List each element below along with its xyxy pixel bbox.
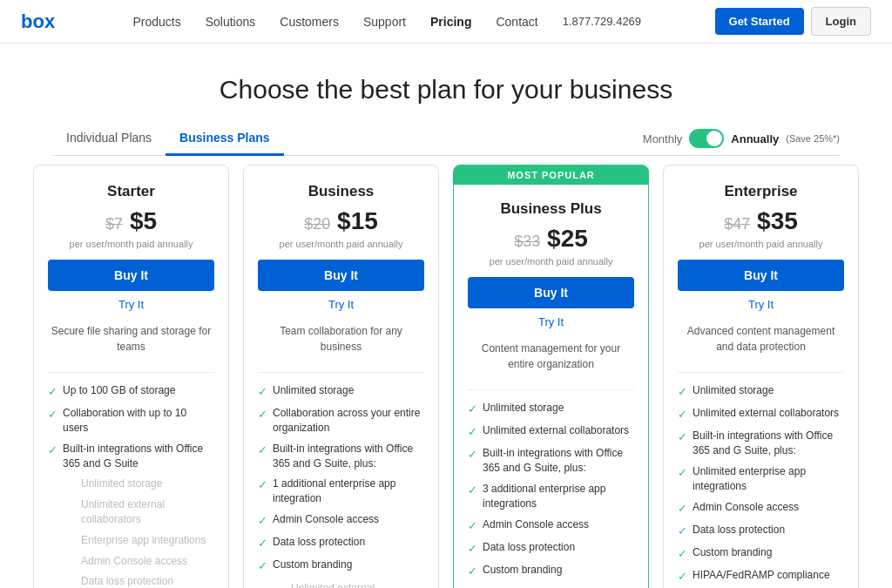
check-icon: ✓	[258, 384, 267, 400]
feature-item: ✓3 additional enterprise app integration…	[468, 482, 634, 511]
nav-actions: Get Started Login	[715, 7, 871, 36]
svg-text:box: box	[21, 12, 56, 31]
check-icon: ✓	[258, 513, 267, 529]
feature-item: Unlimited external collaborators	[258, 581, 424, 588]
feature-text: Built-in integrations with Office 365 an…	[693, 429, 844, 458]
pricing-section: Starter $7 $5 per user/month paid annual…	[0, 156, 892, 588]
hero-title: Choose the best plan for your business	[14, 75, 878, 105]
per-user-text: per user/month paid annually	[48, 239, 214, 249]
check-icon: ✓	[48, 407, 57, 422]
monthly-label: Monthly	[643, 132, 683, 145]
new-price: $15	[337, 207, 378, 234]
feature-text: Data loss protection	[483, 540, 575, 555]
feature-item: ✓Data loss protection	[468, 540, 634, 557]
feature-item: ✓Admin Console access	[468, 517, 634, 534]
feature-item: ✓Unlimited storage	[258, 383, 424, 400]
nav-pricing[interactable]: Pricing	[430, 15, 471, 29]
feature-item: ✓Unlimited enterprise app integrations	[678, 464, 844, 494]
tab-business[interactable]: Business Plans	[166, 122, 284, 156]
feature-text: Built-in integrations with Office 365 an…	[483, 446, 634, 476]
feature-item: ✓Data loss protection	[678, 523, 844, 539]
feature-text: Unlimited enterprise app integrations	[693, 464, 844, 494]
feature-item: ✓Unlimited storage	[468, 401, 634, 417]
feature-item: ✓Built-in integrations with Office 365 a…	[258, 442, 424, 471]
check-icon: ✓	[258, 443, 267, 458]
feature-text: Unlimited external collaborators	[81, 497, 214, 527]
new-price: $25	[547, 225, 588, 252]
new-price: $5	[130, 207, 157, 234]
try-link[interactable]: Try It	[678, 298, 844, 311]
plan-name: Starter	[48, 183, 214, 200]
buy-button[interactable]: Buy It	[48, 260, 214, 291]
try-link[interactable]: Try It	[468, 315, 634, 328]
feature-item: ✓Custom branding	[468, 563, 634, 579]
pricing-card-business: Business $20 $15 per user/month paid ann…	[243, 165, 439, 588]
check-icon: ✓	[678, 524, 687, 539]
old-price: $33	[514, 233, 540, 250]
nav-support[interactable]: Support	[363, 15, 406, 29]
tab-individual[interactable]: Individual Plans	[52, 122, 166, 156]
feature-text: 3 additional enterprise app integrations	[483, 482, 634, 511]
nav-solutions[interactable]: Solutions	[206, 15, 256, 29]
feature-text: Collaboration across your entire organiz…	[273, 406, 424, 436]
feature-list: ✓Unlimited storage✓Collaboration across …	[258, 383, 424, 588]
plan-name: Business Plus	[468, 200, 634, 218]
feature-item: ✓1 additional enterprise app integration	[258, 476, 424, 506]
feature-item: ✓Admin Console access	[258, 512, 424, 529]
nav-phone: 1.877.729.4269	[563, 15, 641, 28]
pricing-card-starter: Starter $7 $5 per user/month paid annual…	[33, 165, 229, 588]
navbar: box Products Solutions Customers Support…	[0, 0, 892, 44]
feature-text: Admin Console access	[81, 554, 187, 569]
feature-item: ✓Unlimited external collaborators	[468, 423, 634, 440]
billing-toggle-switch[interactable]	[689, 129, 724, 148]
check-icon: ✓	[468, 541, 477, 557]
per-user-text: per user/month paid annually	[468, 256, 634, 267]
feature-text: Up to 100 GB of storage	[63, 383, 175, 398]
price-area: $20 $15	[258, 207, 424, 235]
check-icon: ✓	[468, 483, 477, 498]
plan-description: Advanced content management and data pro…	[678, 323, 844, 358]
buy-button[interactable]: Buy It	[258, 260, 424, 291]
feature-item: ✓Data loss protection	[258, 535, 424, 551]
buy-button[interactable]: Buy It	[678, 260, 844, 291]
check-icon: ✓	[48, 384, 57, 400]
get-started-button[interactable]: Get Started	[715, 8, 804, 35]
nav-contact[interactable]: Contact	[496, 15, 537, 29]
nav-links: Products Solutions Customers Support Pri…	[132, 15, 641, 29]
check-icon: ✓	[678, 569, 687, 585]
feature-list: ✓Unlimited storage✓Unlimited external co…	[468, 401, 634, 588]
feature-text: Unlimited storage	[693, 383, 774, 398]
nav-customers[interactable]: Customers	[280, 15, 339, 29]
check-icon: ✓	[678, 384, 687, 400]
plan-description: Team collaboration for any business	[258, 323, 424, 358]
try-link[interactable]: Try It	[48, 298, 214, 311]
buy-button[interactable]: Buy It	[468, 277, 634, 308]
feature-item: ✓Built-in integrations with Office 365 a…	[48, 442, 214, 471]
nav-products[interactable]: Products	[132, 15, 180, 29]
check-icon: ✓	[468, 402, 477, 417]
feature-item: ✓Built-in integrations with Office 365 a…	[468, 446, 634, 476]
check-icon: ✓	[258, 407, 267, 422]
new-price: $35	[757, 207, 798, 234]
feature-item: Data loss protection	[48, 574, 214, 588]
billing-toggle: Monthly Annually (Save 25%*)	[643, 129, 840, 155]
plan-description: Content management for your entire organ…	[468, 341, 634, 375]
feature-text: Built-in integrations with Office 365 an…	[273, 442, 424, 471]
feature-item: ✓Custom branding	[258, 558, 424, 574]
most-popular-badge: MOST POPULAR	[454, 166, 648, 185]
try-link[interactable]: Try It	[258, 298, 424, 311]
feature-text: Admin Console access	[273, 512, 379, 527]
feature-item: ✓Admin Console access	[678, 500, 844, 517]
box-logo-icon: box	[21, 12, 59, 31]
feature-item: ✓Collaboration with up to 10 users	[48, 406, 214, 436]
check-icon: ✓	[48, 443, 57, 458]
check-icon: ✓	[468, 564, 477, 579]
feature-item: ✓Built-in integrations with Office 365 a…	[678, 429, 844, 458]
old-price: $7	[105, 215, 123, 233]
feature-item: ✓Unlimited external collaborators	[678, 406, 844, 422]
login-button[interactable]: Login	[811, 7, 871, 36]
price-area: $47 $35	[678, 207, 844, 235]
pricing-card-business-plus: MOST POPULARBusiness Plus $33 $25 per us…	[453, 165, 649, 588]
old-price: $20	[304, 215, 330, 233]
logo: box	[21, 12, 59, 31]
